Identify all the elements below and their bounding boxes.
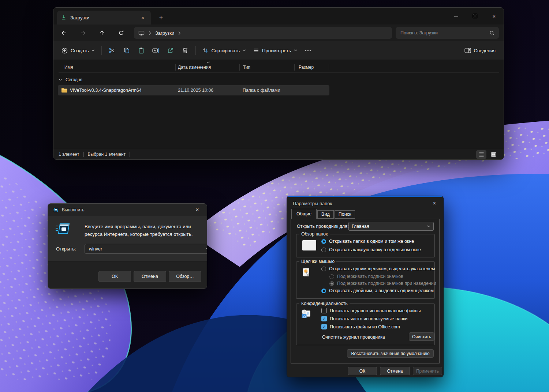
- cancel-button[interactable]: Отмена: [134, 271, 166, 282]
- checkbox-office-files[interactable]: ✓ Показывать файлы из Office.com: [321, 324, 400, 329]
- ok-button[interactable]: ОК: [348, 367, 377, 375]
- apply-button: Применить: [413, 367, 442, 375]
- checkbox-frequent-folders[interactable]: ✓ Показать часто используемые папки: [321, 316, 407, 321]
- open-explorer-for-select[interactable]: Главная: [348, 222, 434, 231]
- column-size[interactable]: Размер: [299, 65, 314, 70]
- plus-circle-icon: [61, 48, 68, 54]
- dialog-accent-line: [287, 196, 443, 197]
- column-date[interactable]: Дата изменения: [178, 65, 211, 70]
- chevron-right-icon: [178, 31, 181, 35]
- tab-view[interactable]: Вид: [317, 210, 334, 219]
- refresh-button[interactable]: [115, 27, 127, 39]
- view-button[interactable]: Просмотреть: [250, 45, 301, 56]
- chevron-down-icon: [294, 49, 297, 52]
- checkbox-recent-files[interactable]: Показать недавно использованные файлы: [321, 308, 421, 313]
- explorer-titlebar[interactable]: Загрузки × + ×: [53, 8, 504, 24]
- explorer-tab-downloads[interactable]: Загрузки ×: [57, 11, 151, 24]
- radio-double-click[interactable]: Открывать двойным, а выделять одним щелч…: [321, 288, 434, 293]
- sort-icon: [202, 48, 208, 53]
- maximize-button[interactable]: [466, 8, 485, 24]
- ellipsis-icon: [305, 50, 311, 51]
- sort-direction-icon: [206, 61, 210, 64]
- close-icon[interactable]: ×: [192, 206, 202, 214]
- column-divider[interactable]: [329, 64, 329, 71]
- radio-underline-always: Подчеркивать подписи значков: [329, 274, 403, 279]
- icons-view-toggle[interactable]: [488, 150, 498, 159]
- radio-new-window[interactable]: Открывать каждую папку в отдельном окне: [321, 247, 421, 252]
- column-name[interactable]: Имя: [64, 65, 73, 70]
- cut-button[interactable]: [105, 44, 119, 57]
- file-list-area[interactable]: [53, 60, 504, 149]
- open-explorer-for-value: Главная: [352, 224, 425, 229]
- radio-same-window[interactable]: Открывать папки в одном и том же окне: [321, 239, 414, 244]
- restore-defaults-button[interactable]: Восстановить значения по умолчанию: [347, 349, 434, 358]
- ok-button[interactable]: ОК: [98, 271, 131, 282]
- tab-close-icon[interactable]: ×: [138, 14, 147, 22]
- new-tab-button[interactable]: +: [156, 13, 166, 23]
- chevron-down-icon: [243, 49, 246, 52]
- group-header-today[interactable]: Сегодня: [59, 76, 82, 84]
- clear-history-button[interactable]: Очистить: [409, 332, 434, 341]
- address-bar: Загрузки: [53, 24, 504, 41]
- share-icon: [167, 47, 174, 54]
- copy-button[interactable]: [119, 44, 134, 57]
- open-input[interactable]: [88, 246, 204, 252]
- column-divider[interactable]: [175, 64, 176, 71]
- search-icon: [489, 30, 495, 36]
- checkbox-icon: ✓: [321, 324, 327, 329]
- run-dialog-title: Выполнить: [62, 207, 85, 212]
- file-row-selected[interactable]: ViVeTool-v0.3.4-SnapdragonArm64 21.10.20…: [58, 85, 329, 95]
- column-type[interactable]: Тип: [243, 65, 250, 70]
- breadcrumb[interactable]: Загрузки: [134, 27, 392, 39]
- minimize-button[interactable]: [447, 8, 466, 24]
- clear-history-label: Очистить журнал проводника: [322, 335, 385, 340]
- arrow-right-icon: [80, 30, 86, 36]
- paste-button[interactable]: [134, 44, 149, 57]
- command-bar: Создать: [53, 41, 504, 60]
- rename-button[interactable]: [149, 44, 163, 57]
- details-pane-label: Сведения: [474, 48, 496, 53]
- chevron-down-icon: [92, 49, 95, 52]
- delete-button[interactable]: [178, 44, 193, 57]
- share-button[interactable]: [163, 44, 178, 57]
- arrow-up-icon: [99, 30, 105, 36]
- details-pane-button[interactable]: Сведения: [461, 45, 499, 56]
- toolbar-divider: [195, 46, 196, 55]
- privacy-group: Конфиденциальность Показать недавно испо…: [296, 304, 435, 345]
- close-icon[interactable]: ×: [429, 199, 440, 208]
- radio-underline-hover: Подчеркивать подписи значков при наведен…: [329, 281, 436, 286]
- breadcrumb-location[interactable]: Загрузки: [155, 30, 174, 36]
- run-dialog-titlebar[interactable]: Выполнить ×: [48, 204, 207, 216]
- chevron-down-icon[interactable]: [206, 248, 207, 250]
- browse-button[interactable]: Обзор…: [169, 271, 201, 282]
- column-divider[interactable]: [294, 64, 295, 71]
- tab-general[interactable]: Общие: [291, 209, 317, 219]
- column-headers: Имя Дата изменения Тип Размер: [59, 63, 499, 73]
- trash-icon: [182, 47, 188, 54]
- details-view-toggle[interactable]: [476, 150, 486, 159]
- sort-button[interactable]: Сортировать: [199, 45, 250, 56]
- chevron-down-icon: [427, 225, 430, 227]
- click-page-icon: [302, 268, 311, 279]
- folder-options-dialog: Параметры папок × Общие Вид Поиск Открыт…: [287, 196, 444, 377]
- tab-search[interactable]: Поиск: [335, 210, 355, 219]
- radio-icon: [329, 281, 334, 286]
- close-button[interactable]: ×: [485, 8, 504, 24]
- up-button[interactable]: [96, 27, 108, 39]
- new-button[interactable]: Создать: [58, 45, 98, 57]
- radio-icon: [321, 239, 326, 244]
- column-divider[interactable]: [239, 64, 240, 71]
- folder-window-thumbnail: [302, 240, 316, 250]
- back-button[interactable]: [58, 27, 70, 39]
- search-input[interactable]: [400, 30, 486, 36]
- open-combobox[interactable]: [85, 244, 207, 254]
- radio-single-click[interactable]: Открывать одним щелчком, выделять указат…: [321, 266, 435, 271]
- status-divider: [83, 152, 84, 157]
- cancel-button[interactable]: Отмена: [380, 367, 410, 375]
- group-label: Сегодня: [66, 77, 82, 82]
- search-box[interactable]: [396, 27, 499, 39]
- more-options-button[interactable]: [301, 44, 315, 57]
- open-explorer-for-label: Открыть проводник для:: [297, 224, 348, 229]
- privacy-label: Конфиденциальность: [299, 301, 350, 306]
- open-label: Открыть:: [56, 246, 76, 252]
